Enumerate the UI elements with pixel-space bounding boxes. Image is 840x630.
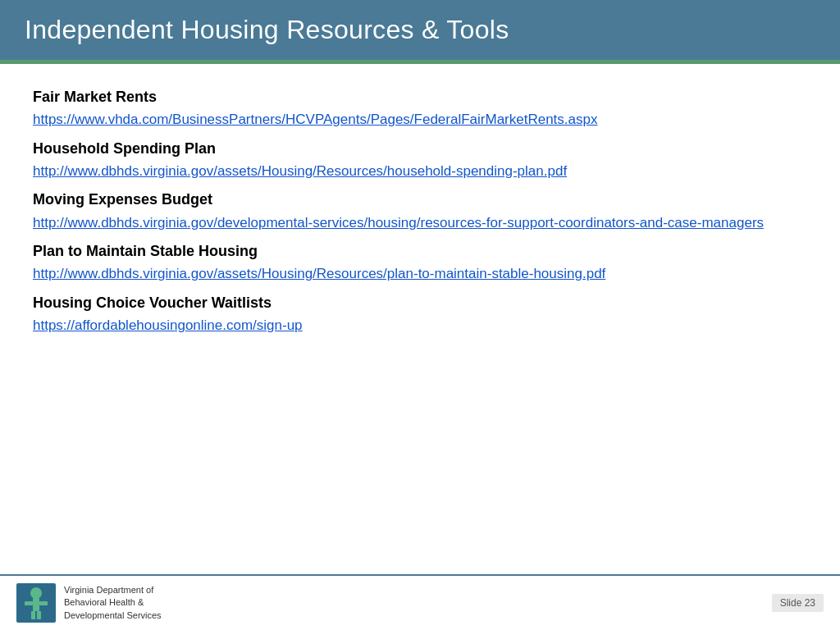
resource-label: Fair Market Rents (33, 87, 807, 107)
svg-point-1 (30, 587, 42, 599)
svg-rect-5 (31, 611, 35, 619)
resource-item: Moving Expenses Budgethttp://www.dbhds.v… (33, 189, 807, 233)
resource-link[interactable]: http://www.dbhds.virginia.gov/assets/Hou… (33, 263, 807, 285)
slide-title: Independent Housing Resources & Tools (25, 15, 815, 45)
resource-item: Fair Market Rentshttps://www.vhda.com/Bu… (33, 87, 807, 130)
resource-link[interactable]: http://www.dbhds.virginia.gov/developmen… (33, 212, 807, 234)
dbhds-logo-icon (16, 583, 56, 623)
main-content: Fair Market Rentshttps://www.vhda.com/Bu… (0, 64, 840, 574)
resource-item: Plan to Maintain Stable Housinghttp://ww… (33, 241, 807, 285)
svg-rect-6 (37, 611, 41, 619)
resource-label: Housing Choice Voucher Waitlists (33, 293, 807, 313)
slide-number: Slide 23 (772, 594, 824, 612)
resource-label: Moving Expenses Budget (33, 189, 807, 210)
resource-link[interactable]: http://www.dbhds.virginia.gov/assets/Hou… (33, 161, 807, 182)
footer-org-name: Virginia Department of Behavioral Health… (64, 584, 162, 622)
footer: Virginia Department of Behavioral Health… (0, 574, 840, 630)
svg-rect-4 (39, 601, 48, 605)
slide-container: Independent Housing Resources & Tools Fa… (0, 0, 840, 630)
resource-item: Housing Choice Voucher Waitlistshttps://… (33, 293, 807, 336)
resource-label: Plan to Maintain Stable Housing (33, 241, 807, 262)
svg-rect-2 (33, 598, 39, 611)
slide-header: Independent Housing Resources & Tools (0, 0, 840, 60)
resource-link[interactable]: https://affordablehousingonline.com/sign… (33, 315, 807, 336)
svg-rect-3 (25, 601, 33, 605)
footer-logo: Virginia Department of Behavioral Health… (16, 583, 162, 623)
resource-link[interactable]: https://www.vhda.com/BusinessPartners/HC… (33, 109, 807, 130)
resource-item: Household Spending Planhttp://www.dbhds.… (33, 139, 807, 182)
resource-label: Household Spending Plan (33, 139, 807, 159)
